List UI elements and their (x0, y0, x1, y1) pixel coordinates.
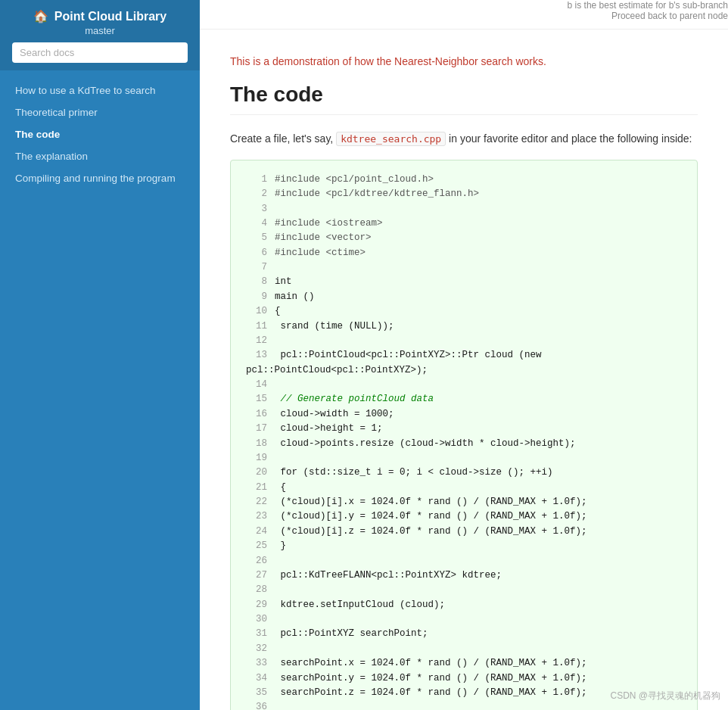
line-text: kdtree.setInputCloud (cloud); (275, 599, 445, 610)
content-area: This is a demonstration of how the Neare… (200, 40, 728, 710)
nav-links: How to use a KdTree to searchTheoretical… (0, 70, 200, 198)
line-text: (*cloud)[i].x = 1024.0f * rand () / (RAN… (275, 497, 587, 507)
line-number: 2 (246, 187, 267, 201)
line-number: 21 (246, 481, 267, 495)
line-text: main () (275, 291, 315, 302)
code-line: 9main () (246, 290, 682, 304)
code-line: 2#include <pcl/kdtree/kdtree_flann.h> (246, 187, 682, 201)
line-number: 24 (246, 525, 267, 539)
line-number: 5 (246, 231, 267, 245)
code-line: 28 (246, 583, 682, 597)
desc-before: Create a file, let's say, (230, 132, 336, 145)
main-content: b is the best estimate for b's sub-branc… (200, 0, 728, 710)
sidebar-title: Point Cloud Library (54, 10, 166, 23)
code-line: 34 searchPoint.y = 1024.0f * rand () / (… (246, 671, 682, 686)
code-line: 6#include <ctime> (246, 246, 682, 260)
watermark: CSDN @寻找灵魂的机器狗 (610, 690, 720, 702)
line-number: 27 (246, 568, 267, 583)
intro-text: This is a demonstration of how the Neare… (230, 55, 698, 67)
sidebar-version: master (85, 25, 115, 36)
line-text: searchPoint.y = 1024.0f * rand () / (RAN… (275, 673, 587, 684)
line-text: { (275, 306, 281, 316)
code-line: 32 (246, 642, 682, 656)
code-line: 17 cloud->height = 1; (246, 422, 682, 436)
sidebar-item-2[interactable]: The code (0, 123, 200, 145)
sidebar-item-0[interactable]: How to use a KdTree to search (0, 79, 200, 101)
line-number: 36 (246, 700, 267, 710)
search-input[interactable] (12, 42, 188, 63)
top-image-area: b is the best estimate for b's sub-branc… (200, 0, 728, 30)
line-number: 3 (246, 202, 267, 216)
line-text: #include <pcl/kdtree/kdtree_flann.h> (275, 188, 479, 199)
sidebar-item-1[interactable]: Theoretical primer (0, 101, 200, 123)
line-text: pcl::KdTreeFLANN<pcl::PointXYZ> kdtree; (275, 570, 502, 581)
code-line: 12 (246, 334, 682, 348)
line-number: 15 (246, 392, 267, 406)
line-text: { (275, 482, 286, 493)
code-line: 4#include <iostream> (246, 216, 682, 231)
line-text: #include <iostream> (275, 218, 383, 229)
line-number: 13 (246, 348, 267, 363)
line-text: // Generate pointCloud data (275, 394, 434, 404)
code-line: 8int (246, 275, 682, 289)
line-number: 25 (246, 539, 267, 553)
code-line: 10{ (246, 304, 682, 319)
line-number: 28 (246, 583, 267, 597)
line-number: 17 (246, 422, 267, 436)
description-text: Create a file, let's say, kdtree_search.… (230, 130, 698, 148)
home-icon: 🏠 (33, 9, 48, 23)
code-line: 22 (*cloud)[i].x = 1024.0f * rand () / (… (246, 495, 682, 509)
line-number: 32 (246, 642, 267, 656)
line-number: 16 (246, 407, 267, 422)
sidebar-item-3[interactable]: The explanation (0, 145, 200, 167)
line-text: pcl::PointXYZ searchPoint; (275, 628, 428, 639)
line-number: 9 (246, 290, 267, 304)
line-text: (*cloud)[i].y = 1024.0f * rand () / (RAN… (275, 511, 587, 522)
code-line: 21 { (246, 481, 682, 495)
line-number: 8 (246, 275, 267, 289)
line-text: #include <vector> (275, 232, 372, 243)
code-line: 18 cloud->points.resize (cloud->width * … (246, 437, 682, 451)
line-text: searchPoint.x = 1024.0f * rand () / (RAN… (275, 658, 587, 668)
line-number: 22 (246, 495, 267, 509)
line-text: int (275, 276, 292, 287)
code-line: 7 (246, 260, 682, 275)
code-line: 15 // Generate pointCloud data (246, 392, 682, 406)
code-line: 13 pcl::PointCloud<pcl::PointXYZ>::Ptr c… (246, 348, 682, 378)
line-text: searchPoint.z = 1024.0f * rand () / (RAN… (275, 687, 587, 698)
line-number: 29 (246, 598, 267, 612)
proceed-text: b is the best estimate for b's sub-branc… (568, 0, 728, 21)
code-line: 19 (246, 451, 682, 466)
code-line: 27 pcl::KdTreeFLANN<pcl::PointXYZ> kdtre… (246, 568, 682, 583)
line-text: srand (time (NULL)); (275, 321, 394, 332)
line-number: 10 (246, 304, 267, 319)
desc-after: in your favorite editor and place the fo… (446, 132, 692, 145)
line-text: cloud->points.resize (cloud->width * clo… (275, 438, 576, 449)
line-number: 1 (246, 173, 267, 187)
code-line: 11 srand (time (NULL)); (246, 319, 682, 334)
line-text: cloud->width = 1000; (275, 409, 394, 419)
line-text: for (std::size_t i = 0; i < cloud->size … (275, 467, 553, 478)
line-text: #include <ctime> (275, 248, 366, 258)
code-line: 25 } (246, 539, 682, 553)
line-number: 12 (246, 334, 267, 348)
line-number: 26 (246, 554, 267, 568)
line-number: 35 (246, 686, 267, 700)
line-number: 11 (246, 319, 267, 334)
code-line: 23 (*cloud)[i].y = 1024.0f * rand () / (… (246, 509, 682, 524)
sidebar-item-4[interactable]: Compiling and running the program (0, 167, 200, 189)
code-line: 5#include <vector> (246, 231, 682, 245)
line-number: 23 (246, 509, 267, 524)
line-number: 7 (246, 260, 267, 275)
code-line: 29 kdtree.setInputCloud (cloud); (246, 598, 682, 612)
sidebar-header: 🏠 Point Cloud Library master (0, 0, 200, 70)
code-line: 1#include <pcl/point_cloud.h> (246, 173, 682, 187)
code-line: 3 (246, 202, 682, 216)
line-number: 6 (246, 246, 267, 260)
line-text: pcl::PointCloud<pcl::PointXYZ>::Ptr clou… (246, 350, 542, 375)
line-number: 20 (246, 466, 267, 480)
line-number: 14 (246, 378, 267, 392)
section-title: The code (230, 83, 698, 115)
line-number: 31 (246, 627, 267, 641)
filename-code: kdtree_search.cpp (336, 132, 446, 146)
